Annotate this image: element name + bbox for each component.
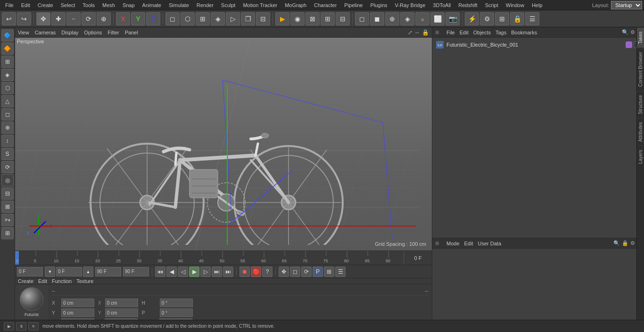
display-5[interactable]: ⬦	[415, 12, 429, 25]
coord-p-val[interactable]	[160, 308, 193, 317]
side-mode-3[interactable]: ⊞	[1, 56, 14, 68]
next-frame-btn[interactable]: ▷	[200, 267, 211, 277]
status-close-icon[interactable]: ✕	[28, 322, 39, 331]
current-frame-input[interactable]	[56, 267, 82, 276]
menu-pipeline[interactable]: Pipeline	[341, 1, 366, 9]
start-frame-input[interactable]	[17, 267, 43, 276]
object-tool-7[interactable]: ⊟	[256, 12, 270, 25]
vp-icon-expand[interactable]: ⤢	[408, 29, 413, 36]
current-frame-box[interactable]: 0 F	[404, 251, 432, 265]
motion-4[interactable]: P	[313, 267, 323, 277]
side-mode-4[interactable]: ◈	[1, 69, 14, 81]
attr-lock-icon[interactable]: 🔒	[622, 240, 628, 246]
side-mode-1[interactable]: 🔷	[1, 29, 14, 41]
motion-5[interactable]: ⊞	[324, 267, 334, 277]
workplane[interactable]: ⊞	[495, 12, 509, 25]
auto-key-btn[interactable]: 🔴	[251, 267, 261, 277]
vp-menu-view[interactable]: View	[18, 30, 29, 35]
object-color-1[interactable]	[626, 41, 632, 48]
rotate-tool[interactable]: ⟳	[82, 12, 96, 25]
attr-settings-icon[interactable]: ⚙	[630, 240, 635, 246]
menu-render[interactable]: Render	[193, 1, 217, 9]
end-frame-input-2[interactable]	[123, 267, 149, 276]
motion-1[interactable]: ✥	[279, 267, 289, 277]
filter-icon[interactable]: ⚙	[630, 29, 635, 35]
snap-enable[interactable]: ⚡	[465, 12, 479, 25]
side-mode-15[interactable]: 🗝	[1, 214, 14, 226]
menu-sculpt[interactable]: Sculpt	[218, 1, 239, 9]
key-info-btn[interactable]: ?	[262, 267, 272, 277]
object-tool-5[interactable]: ▷	[226, 12, 240, 25]
select-tool[interactable]: ✥	[36, 12, 50, 25]
universal-tool[interactable]: ⊕	[97, 12, 111, 25]
obj-menu-bookmarks[interactable]: Bookmarks	[511, 30, 537, 35]
coord-y-size[interactable]	[105, 308, 138, 317]
render-video[interactable]: ⊟	[336, 12, 350, 25]
object-tool-6[interactable]: ❐	[241, 12, 255, 25]
coord-x-size[interactable]	[105, 299, 138, 307]
go-to-end2-btn[interactable]: ⏭	[223, 267, 233, 277]
tab-layers[interactable]: Layers	[637, 146, 644, 168]
side-mode-9[interactable]: ↕	[1, 135, 14, 147]
menu-file[interactable]: File	[2, 1, 17, 9]
side-mode-7[interactable]: ◻	[1, 108, 14, 121]
play-btn[interactable]: ▶	[189, 267, 199, 277]
menu-script[interactable]: Script	[482, 1, 502, 9]
side-mode-8[interactable]: ⊕	[1, 121, 14, 134]
status-record-icon[interactable]: ▶	[4, 322, 14, 331]
attr-userdata[interactable]: User Data	[478, 241, 502, 246]
bm-texture[interactable]: Texture	[76, 278, 93, 284]
render-queue[interactable]: ⊞	[321, 12, 335, 25]
display-3[interactable]: ⊕	[385, 12, 399, 25]
prev-frame-btn[interactable]: ◀	[166, 267, 177, 277]
y-axis[interactable]: Y	[131, 12, 145, 25]
menu-create[interactable]: Create	[34, 1, 57, 9]
go-to-start-btn[interactable]: ⏮	[155, 267, 165, 277]
side-mode-2[interactable]: 🔶	[1, 42, 14, 55]
workplane-lock[interactable]: 🔒	[510, 12, 524, 25]
layout-select[interactable]: Startup	[611, 1, 642, 9]
z-axis[interactable]: Z	[146, 12, 160, 25]
display-2[interactable]: ◼	[370, 12, 384, 25]
side-mode-13[interactable]: ⊟	[1, 187, 14, 200]
timeline[interactable]: 0 5 10 15 20 25 30 35 40 45 50	[15, 251, 432, 265]
bm-create[interactable]: Create	[18, 278, 33, 284]
display-1[interactable]: ◻	[355, 12, 369, 25]
vp-menu-display[interactable]: Display	[61, 30, 78, 35]
obj-menu-objects[interactable]: Objects	[473, 30, 491, 35]
attr-search-icon[interactable]: 🔍	[613, 240, 620, 246]
vp-icon-lock[interactable]: 🔒	[422, 29, 429, 36]
menu-help[interactable]: Help	[528, 1, 546, 9]
play-reverse-btn[interactable]: ◁	[178, 267, 188, 277]
material-sphere[interactable]	[20, 287, 43, 311]
menu-animate[interactable]: Animate	[139, 1, 165, 9]
display-7[interactable]: 📷	[446, 12, 460, 25]
side-mode-10[interactable]: S	[1, 148, 14, 160]
obj-menu-file[interactable]: File	[446, 30, 455, 35]
vp-icon-arrow[interactable]: ↔	[414, 29, 420, 36]
render-viewport[interactable]: ◉	[290, 12, 305, 25]
object-tool-3[interactable]: ⊞	[196, 12, 210, 25]
motion-3[interactable]: ⟳	[301, 267, 312, 277]
obj-menu-tags[interactable]: Tags	[495, 30, 506, 35]
tab-content-browser[interactable]: Content Browser	[637, 48, 644, 90]
obj-menu-edit[interactable]: Edit	[460, 30, 469, 35]
bm-function[interactable]: Function	[52, 278, 72, 284]
object-tool-4[interactable]: ◈	[211, 12, 225, 25]
side-mode-14[interactable]: ⊠	[1, 201, 14, 213]
menu-mesh[interactable]: Mesh	[99, 1, 118, 9]
move-tool[interactable]: ✚	[51, 12, 66, 25]
menu-motion-tracker[interactable]: Motion Tracker	[239, 1, 281, 9]
vp-menu-panel[interactable]: Panel	[125, 30, 138, 35]
vp-menu-cameras[interactable]: Cameras	[35, 30, 56, 35]
side-mode-5[interactable]: ⬡	[1, 82, 14, 94]
menu-tools[interactable]: Tools	[79, 1, 98, 9]
attr-edit[interactable]: Edit	[464, 241, 473, 246]
tab-structure[interactable]: Structure	[637, 91, 644, 118]
vp-menu-filter[interactable]: Filter	[107, 30, 119, 35]
go-to-end-btn[interactable]: ⏭	[212, 267, 222, 277]
coord-h-val[interactable]	[160, 299, 193, 307]
menu-plugins[interactable]: Plugins	[367, 1, 390, 9]
x-axis[interactable]: X	[116, 12, 130, 25]
coord-x-pos[interactable]	[61, 299, 94, 307]
